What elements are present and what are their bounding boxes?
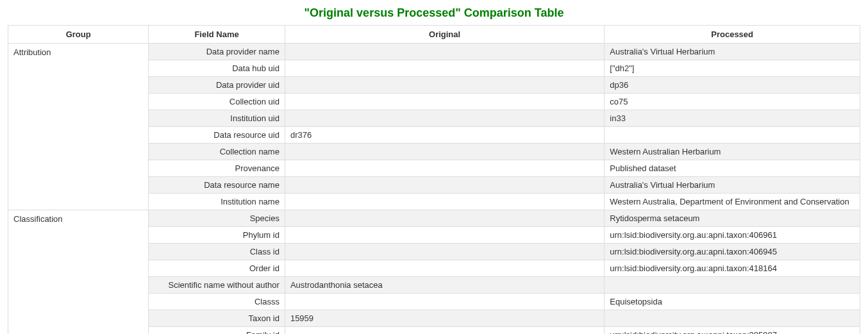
processed-value-cell [605,310,860,327]
field-name-cell: Data hub uid [149,60,285,77]
header-original: Original [285,26,604,44]
group-cell: Attribution [8,44,149,210]
field-name-cell: Data resource uid [149,127,285,144]
header-field: Field Name [149,26,285,44]
header-group: Group [8,26,149,44]
field-name-cell: Institution uid [149,110,285,127]
group-cell: Classification [8,210,149,335]
processed-value-cell: Western Australian Herbarium [605,144,860,160]
original-value-cell [285,260,604,277]
page-title: "Original versus Processed" Comparison T… [8,6,860,20]
field-name-cell: Phylum id [149,227,285,244]
field-name-cell: Order id [149,260,285,277]
field-name-cell: Classs [149,294,285,310]
field-name-cell: Scientific name without author [149,277,285,294]
original-value-cell [285,327,604,335]
table-row: ClassificationSpeciesRytidosperma setace… [8,210,860,227]
original-value-cell [285,194,604,210]
original-value-cell: 15959 [285,310,604,327]
processed-value-cell: Equisetopsida [605,294,860,310]
processed-value-cell: Western Australia, Department of Environ… [605,194,860,210]
processed-value-cell [605,277,860,294]
table-row: AttributionData provider nameAustralia's… [8,44,860,60]
original-value-cell [285,227,604,244]
table-header-row: Group Field Name Original Processed [8,26,860,44]
original-value-cell: Austrodanthonia setacea [285,277,604,294]
original-value-cell [285,160,604,177]
processed-value-cell: urn:lsid:biodiversity.org.au:apni.taxon:… [605,244,860,260]
processed-value-cell: ["dh2"] [605,60,860,77]
field-name-cell: Taxon id [149,310,285,327]
field-name-cell: Institution name [149,194,285,210]
original-value-cell [285,77,604,94]
processed-value-cell: in33 [605,110,860,127]
original-value-cell [285,60,604,77]
header-processed: Processed [605,26,860,44]
processed-value-cell: Australia's Virtual Herbarium [605,44,860,60]
processed-value-cell: Published dataset [605,160,860,177]
field-name-cell: Data provider uid [149,77,285,94]
field-name-cell: Provenance [149,160,285,177]
processed-value-cell [605,127,860,144]
original-value-cell [285,110,604,127]
original-value-cell [285,244,604,260]
original-value-cell [285,44,604,60]
original-value-cell [285,294,604,310]
processed-value-cell: urn:lsid:biodiversity.org.au:apni.taxon:… [605,260,860,277]
processed-value-cell: dp36 [605,77,860,94]
original-value-cell [285,177,604,194]
field-name-cell: Collection name [149,144,285,160]
processed-value-cell: Australia's Virtual Herbarium [605,177,860,194]
field-name-cell: Collection uid [149,94,285,110]
original-value-cell [285,94,604,110]
processed-value-cell: Rytidosperma setaceum [605,210,860,227]
original-value-cell: dr376 [285,127,604,144]
field-name-cell: Species [149,210,285,227]
field-name-cell: Family id [149,327,285,335]
original-value-cell [285,210,604,227]
processed-value-cell: co75 [605,94,860,110]
comparison-table: Group Field Name Original Processed Attr… [8,25,860,334]
processed-value-cell: urn:lsid:biodiversity.org.au:apni.taxon:… [605,327,860,335]
original-value-cell [285,144,604,160]
field-name-cell: Data provider name [149,44,285,60]
processed-value-cell: urn:lsid:biodiversity.org.au:apni.taxon:… [605,227,860,244]
field-name-cell: Class id [149,244,285,260]
field-name-cell: Data resource name [149,177,285,194]
